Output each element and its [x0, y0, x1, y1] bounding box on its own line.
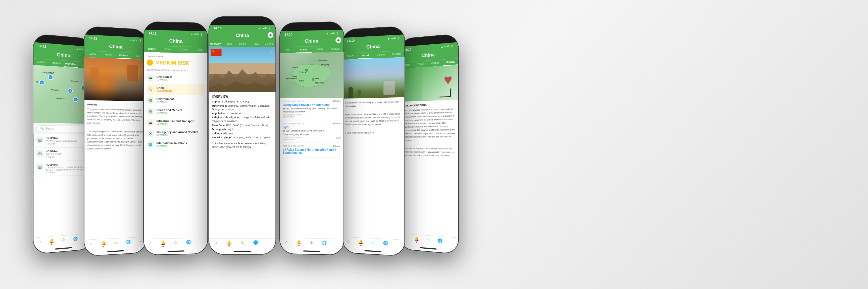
search-bar-1: 🔍 Search — [33, 123, 92, 135]
status-icons-7: ▲WiFi🔋 — [441, 45, 454, 48]
hospital-text-1: HOSPITAL 中山醫院 (Zhongshan Hospital) 8 243… — [46, 137, 77, 145]
tab-safety-4[interactable]: Safety — [236, 41, 249, 47]
app-title-3: China — [147, 38, 204, 45]
tab-safety-2[interactable]: Safety — [85, 51, 100, 58]
culture-section-title: HUMAN — [87, 103, 144, 107]
medical-paragraph-1: vellers are advised to consult a travel … — [402, 107, 455, 142]
risk-item-crime[interactable]: 🔍 Crime MEDIUM RISK › — [147, 84, 205, 96]
overview-cities: Other cities: Shanghai, Tianjin, Wuhan, … — [212, 104, 273, 111]
alert-tag-2: Government & HealthInfrastructure — [283, 136, 302, 140]
nav-more-5[interactable]: ··· — [331, 241, 343, 247]
tab-culture-2[interactable]: Culture — [116, 52, 131, 59]
nav-globe-6[interactable]: 🌐 — [379, 241, 392, 248]
tab-travel-3[interactable]: Travel — [160, 46, 176, 53]
nav-alert-1[interactable]: ⚠ — [58, 237, 69, 244]
tab-culture-4[interactable]: Culture — [262, 41, 276, 47]
tab-safety-6[interactable]: Safety — [342, 53, 358, 60]
risk-item-env[interactable]: 🌿 Environment LOW RISK › — [147, 95, 205, 106]
tab-alerts-5[interactable]: Alerts — [296, 46, 311, 53]
tab-safety-5[interactable]: Safety — [312, 46, 328, 53]
chevron-insurgency: › — [204, 132, 205, 135]
tab-culture-5[interactable]: Culture — [328, 46, 344, 52]
overview-title: OVERVIEW — [212, 95, 273, 98]
tab-travel-6[interactable]: Travel — [358, 52, 373, 59]
status-icons-4: ▲WiFi🔋 — [258, 27, 271, 30]
alert-safetrue-2: Safetrue — [333, 122, 340, 124]
nav-bell-1[interactable]: 🔔 — [46, 238, 58, 246]
tab-cultu-3[interactable]: Cultu — [192, 47, 208, 53]
alert-item-1[interactable]: 2022 07:23 (06:23 UTC) Safetrue Guangdon… — [280, 98, 344, 120]
status-icons-2: ▲WiFi🔋 — [130, 39, 142, 42]
nav-home-3[interactable]: ⌂ — [144, 241, 157, 247]
nav-home-1[interactable]: ⌂ — [33, 239, 45, 246]
tab-ew-5[interactable]: ew — [280, 47, 296, 53]
health-concerns-title: HEALTH CONCERNS — [402, 103, 455, 107]
bottom-nav-4: ⌂ 🔔 ⚠ 🌐 ··· — [209, 238, 276, 250]
hospital-item-1[interactable]: 🏥 HOSPITAL 中山醫院 (Zhongshan Hospital) 8 2… — [33, 134, 92, 148]
chevron-env: › — [204, 99, 205, 102]
compass-icon-4[interactable]: ⊕ — [268, 32, 273, 38]
status-icons-3: ▲WiFi🔋 — [191, 33, 203, 36]
tab-providers-1[interactable]: Providers — [64, 61, 78, 68]
nav-bell-6[interactable]: 🔔 — [354, 239, 367, 246]
nav-bell-4[interactable]: 🔔 — [222, 240, 236, 247]
nav-home-2[interactable]: ⌂ — [85, 241, 97, 248]
nav-alert-7[interactable]: ⚠ — [422, 237, 434, 244]
tab-travel-2[interactable]: Travel — [100, 51, 116, 59]
risk-item-civil[interactable]: 🏛 Civil Unrest LOW RISK › — [147, 73, 205, 85]
nav-home-4[interactable]: ⌂ — [209, 240, 222, 247]
app-title-6: China — [346, 43, 401, 51]
risk-item-health[interactable]: 🏥 Health and Medical LOW RISK › — [147, 106, 205, 117]
nav-home-5[interactable]: ⌂ — [280, 240, 293, 246]
nav-home-6[interactable]: ⌂ — [342, 239, 354, 246]
nav-bell-5[interactable]: 🔔 — [292, 240, 305, 247]
status-icons-5: ▲WiFi🔋 — [327, 32, 339, 35]
alert-date-3: 2022 07:48 (06:48 UTC) — [283, 145, 304, 147]
nav-globe-4[interactable]: 🌐 — [249, 240, 262, 247]
tab-safety-3[interactable]: Safety — [144, 46, 160, 52]
nav-bell-2[interactable]: 🔔 — [97, 241, 110, 248]
tab-medical-6[interactable]: Medical — [389, 51, 404, 58]
compass-icon-5[interactable]: ⊕ — [335, 37, 341, 43]
nav-more-3[interactable]: ··· — [195, 240, 208, 246]
nav-alert-3[interactable]: ⚠ — [169, 240, 182, 247]
tab-culture-6[interactable]: Culture — [373, 51, 389, 59]
threat-text: China has a moderate threat environment.… — [212, 142, 273, 149]
heart-icon[interactable]: ♡ — [269, 49, 273, 55]
alert-distance-2: 0 km — [336, 137, 341, 139]
search-input-wrap-1[interactable]: 🔍 Search — [36, 125, 90, 132]
tab-culture-3[interactable]: Culture — [176, 46, 192, 53]
screen-content-2: HUMAN The government officially recognis… — [85, 100, 146, 240]
culture-content: HUMAN The government officially recognis… — [85, 100, 146, 153]
nav-bell-3[interactable]: 🔔 — [157, 240, 169, 247]
nav-bell-7[interactable]: 🔔 — [411, 236, 423, 243]
hospital-item-3[interactable]: 🏥 HOSPITAL 仁愛綜合醫院 Centro Hospitalar Cond… — [33, 160, 92, 177]
nav-globe-5[interactable]: 🌐 — [318, 240, 331, 247]
map-badge-17: 17 — [39, 80, 44, 85]
nav-more-7[interactable]: ··· — [446, 239, 458, 246]
nav-globe-3[interactable]: 🌐 — [182, 240, 195, 247]
screen-content-6: o China must be travelling on a hat is v… — [342, 97, 404, 240]
nav-alert-5[interactable]: ⚠ — [305, 240, 318, 247]
nav-more-6[interactable]: ··· — [392, 241, 404, 248]
alert-item-2[interactable]: 2022 10:40 (09:40 UTC) Safetrue ngxi ite… — [280, 120, 344, 143]
alert-location-2: ngxi — [283, 125, 341, 129]
health-icon: 🏥 — [147, 108, 154, 115]
risk-item-infra[interactable]: 🚗 Infrastructure and Transport LOW RISK … — [147, 117, 205, 129]
tab-travel-4[interactable]: Travel — [249, 41, 262, 47]
screen-content-3: OVERALL RISK MEDIUM RISK SELECT RISK CAT… — [144, 52, 207, 239]
nav-alert-2[interactable]: ⚠ — [110, 240, 122, 247]
nav-globe-1[interactable]: 🌐 — [69, 236, 81, 243]
nav-tabs-4[interactable]: Overview Alerts Safety Travel Culture — [209, 41, 276, 47]
alert-item-3[interactable]: 2022 07:48 (06:48 UTC) Safetrue a / Asia… — [280, 143, 344, 158]
nav-globe-2[interactable]: 🌐 — [122, 239, 134, 246]
nav-more-4[interactable]: ··· — [262, 240, 276, 247]
risk-item-intl[interactable]: 🌐 International Relations LOW RISK › — [147, 139, 205, 150]
hospital-item-2[interactable]: 🏥 HOSPITAL 临市市人民医院 7 726 km — [33, 148, 92, 161]
nav-globe-7[interactable]: 🌐 — [434, 238, 446, 246]
nav-alert-4[interactable]: ⚠ — [236, 240, 249, 247]
risk-item-insurgency[interactable]: ⚔ Insurgency and Armed Conflict LOW RISK… — [147, 128, 205, 139]
tab-overview-4[interactable]: Overview — [209, 41, 222, 47]
tab-alerts-4[interactable]: Alerts — [222, 41, 236, 47]
nav-alert-6[interactable]: ⚠ — [367, 240, 379, 247]
